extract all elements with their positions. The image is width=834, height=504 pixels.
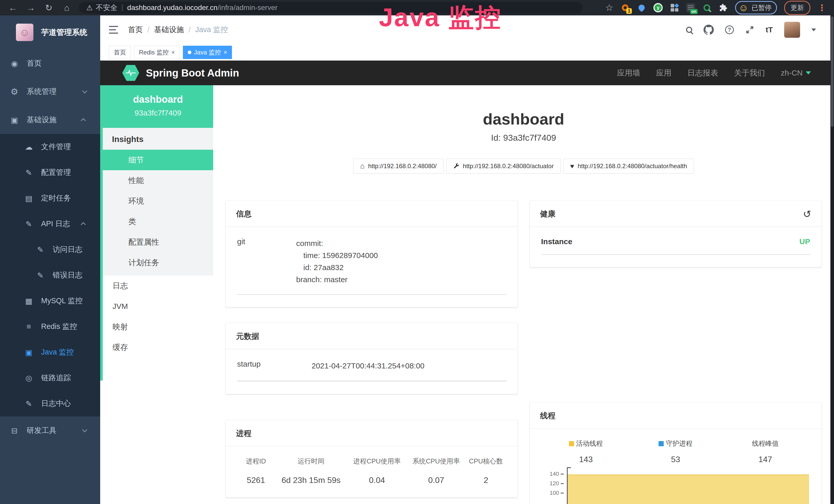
edit-icon xyxy=(35,245,46,254)
sba-nav-wallboard[interactable]: 应用墙 xyxy=(617,68,640,78)
sidebar-item-api-log[interactable]: API 日志 xyxy=(0,211,100,237)
sidebar-item-home[interactable]: 首页 xyxy=(0,49,100,77)
breadcrumb-home[interactable]: 首页 xyxy=(128,25,143,35)
puzzle-extensions-icon[interactable] xyxy=(719,3,728,12)
actuator-url-button[interactable]: http://192.168.0.2:48080/actuator xyxy=(446,159,561,174)
sidebar-item-java-monitor[interactable]: Java 监控 xyxy=(0,339,100,365)
instance-health-row[interactable]: Instance UP xyxy=(541,237,810,255)
sba-item-metrics[interactable]: 性能 xyxy=(103,170,213,191)
sba-brand[interactable]: Spring Boot Admin xyxy=(146,67,239,79)
live-threads-legend-icon xyxy=(569,441,574,446)
sidebar-item-redis[interactable]: Redis 监控 xyxy=(0,314,100,339)
chevron-down-icon[interactable] xyxy=(811,28,816,31)
sba-item-config-props[interactable]: 配置属性 xyxy=(103,232,213,252)
close-icon[interactable] xyxy=(223,49,227,56)
info-card: 信息 git commit: time: 1596289704000 id: 2… xyxy=(225,200,518,307)
leaf-extension-icon[interactable] xyxy=(702,3,711,12)
sba-nav-applications[interactable]: 应用 xyxy=(656,68,672,78)
sba-content: dashboard Id: 93a3fc7f7409 http://192.16… xyxy=(213,85,834,504)
sidebar-item-log-center[interactable]: 日志中心 xyxy=(0,391,100,416)
instance-title: dashboard xyxy=(213,110,834,128)
collapse-sidebar-icon[interactable] xyxy=(109,26,118,33)
sba-item-logs[interactable]: 日志 xyxy=(103,275,213,296)
edit-icon xyxy=(23,399,35,408)
breadcrumb-infra[interactable]: 基础设施 xyxy=(154,25,184,35)
chrome-update-button[interactable]: 更新 xyxy=(784,1,810,15)
sba-nav-journal[interactable]: 日志报表 xyxy=(687,68,718,78)
fullscreen-icon[interactable] xyxy=(745,25,754,35)
extensions-area: ☆ 1 y on ☺ 已暂停 更新 ⋮ xyxy=(605,1,828,15)
instance-header[interactable]: dashboard 93a3fc7f7409 xyxy=(103,85,213,128)
service-url-button[interactable]: http://192.168.0.2:48080/ xyxy=(353,159,444,174)
page-scrollbar[interactable] xyxy=(830,16,834,504)
sidebar-item-job[interactable]: 定时任务 xyxy=(0,185,100,211)
sba-item-classes[interactable]: 类 xyxy=(103,211,213,232)
suitcase-icon xyxy=(9,426,20,435)
address-bar[interactable]: ⚠ 不安全 dashboard.yudao.iocoder.cn /infra/… xyxy=(79,2,583,14)
app-logo[interactable]: 芋道管理系统 xyxy=(0,16,100,49)
colorzilla-extension-icon[interactable]: 1 xyxy=(620,3,630,12)
warning-icon: ⚠ xyxy=(86,4,93,12)
logo-avatar xyxy=(16,24,34,41)
sba-item-mappings[interactable]: 映射 xyxy=(103,317,213,337)
sba-logo-icon[interactable] xyxy=(122,65,139,81)
forward-icon[interactable]: → xyxy=(26,3,36,13)
sba-root-items: 日志 JVM 映射 缓存 xyxy=(103,275,213,358)
user-avatar[interactable] xyxy=(784,22,800,38)
back-icon[interactable]: ← xyxy=(8,3,18,13)
health-url-button[interactable]: http://192.168.0.2:48080/actuator/health xyxy=(563,159,694,174)
git-info-row: git commit: time: 1596289704000 id: 27aa… xyxy=(237,237,506,295)
y-extension-icon[interactable]: y xyxy=(654,3,663,12)
sba-item-details[interactable]: 细节 xyxy=(103,150,213,170)
sba-item-jvm[interactable]: JVM xyxy=(103,296,213,317)
sidebar-item-mysql[interactable]: MySQL 监控 xyxy=(0,288,100,314)
chevron-up-icon xyxy=(81,118,86,123)
font-size-icon[interactable] xyxy=(766,25,773,34)
sba-instance-sidebar: dashboard 93a3fc7f7409 Insights 细节 性能 环境… xyxy=(100,85,213,504)
edit-icon xyxy=(23,168,35,177)
thread-stats: 活动线程 143 守护进程 xyxy=(541,439,810,464)
sidebar-item-error-log[interactable]: 错误日志 xyxy=(0,262,100,288)
tab-java-monitor[interactable]: Java 监控 xyxy=(183,46,232,59)
sidebar-item-access-log[interactable]: 访问日志 xyxy=(0,237,100,262)
instance-id-line: Id: 93a3fc7f7409 xyxy=(213,133,834,143)
sidebar-item-trace[interactable]: 链路追踪 xyxy=(0,365,100,391)
edit-icon xyxy=(35,271,46,280)
github-icon[interactable] xyxy=(704,25,714,35)
help-icon[interactable] xyxy=(725,25,734,34)
sidebar-item-config[interactable]: 配置管理 xyxy=(0,160,100,185)
browser-menu-icon[interactable]: ⋮ xyxy=(817,4,826,12)
sidebar-item-devtools[interactable]: 研发工具 xyxy=(0,416,100,445)
insights-section-title: Insights xyxy=(103,128,213,150)
profile-paused-badge[interactable]: ☺ 已暂停 xyxy=(735,1,777,15)
sba-item-caches[interactable]: 缓存 xyxy=(103,337,213,358)
search-icon[interactable] xyxy=(686,27,692,33)
grid-extension-icon[interactable] xyxy=(670,3,679,12)
tab-redis-monitor[interactable]: Redis 监控 xyxy=(134,46,180,59)
tab-home[interactable]: 首页 xyxy=(109,46,131,59)
breadcrumb: 首页 / 基础设施 / Java 监控 xyxy=(128,25,228,35)
sidebar-item-system[interactable]: 系统管理 xyxy=(0,77,100,106)
locale-select[interactable]: zh-CN xyxy=(781,69,811,77)
instance-links: http://192.168.0.2:48080/ http://192.168… xyxy=(213,159,834,174)
sba-item-environment[interactable]: 环境 xyxy=(103,191,213,211)
sba-nav-about[interactable]: 关于我们 xyxy=(734,68,765,78)
scrollbar-thumb[interactable] xyxy=(831,17,833,127)
breadcrumb-current: Java 监控 xyxy=(195,25,228,35)
close-icon[interactable] xyxy=(171,49,175,56)
history-icon[interactable]: ↺ xyxy=(803,210,811,218)
home-icon[interactable]: ⌂ xyxy=(62,3,72,13)
reload-icon[interactable]: ↻ xyxy=(44,3,54,13)
switch-on-extension-icon[interactable]: on xyxy=(686,3,695,12)
sidebar-item-infra[interactable]: 基础设施 xyxy=(0,106,100,134)
layers-icon xyxy=(23,322,35,331)
cloud-upload-icon xyxy=(23,142,35,152)
chevron-down-icon xyxy=(806,71,811,74)
sba-item-scheduled-tasks[interactable]: 计划任务 xyxy=(103,252,213,273)
sidebar-item-file[interactable]: 文件管理 xyxy=(0,134,100,160)
pin-extension-icon[interactable] xyxy=(637,3,646,12)
security-label[interactable]: 不安全 xyxy=(96,3,117,13)
active-dot-icon xyxy=(188,51,191,54)
bookmark-star-icon[interactable]: ☆ xyxy=(605,2,613,13)
daemon-threads-stat: 守护进程 53 xyxy=(631,439,721,464)
